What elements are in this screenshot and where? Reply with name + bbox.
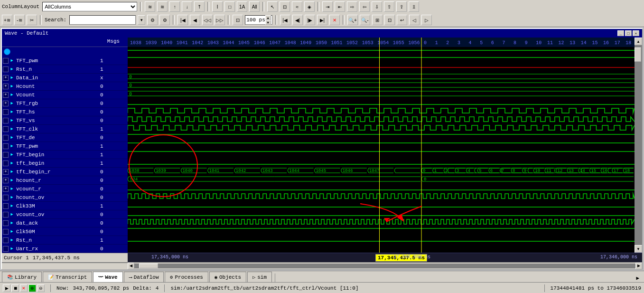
tab-library[interactable]: 📚 Library (2, 272, 42, 282)
tab-sim[interactable]: ▷ sim (247, 272, 272, 282)
toolbar-btn-search2[interactable]: ⚙ (159, 15, 170, 25)
toolbar-btn-go-next-edge[interactable]: |▶ (305, 15, 315, 25)
search-input[interactable] (69, 15, 136, 25)
toolbar-btn-zoom-full[interactable]: ⊞ (372, 15, 383, 25)
toolbar-btn-fit[interactable]: ⊡ (233, 15, 243, 25)
signal-row[interactable]: ►TFT_pwm1 (2, 57, 128, 65)
toolbar-btn-wave-add[interactable]: ≋ (145, 1, 155, 12)
expand-btn[interactable]: + (3, 84, 9, 89)
expand-btn[interactable] (3, 118, 9, 123)
signal-row[interactable]: ►TFT_vs0 (2, 116, 128, 125)
scroll-thumb-h[interactable] (139, 264, 158, 268)
expand-btn[interactable] (3, 212, 9, 217)
expand-btn[interactable] (3, 109, 9, 115)
toolbar-btn-arrow[interactable]: ↖ (267, 1, 278, 12)
toolbar-btn-insert7[interactable]: ⇪ (396, 1, 407, 12)
expand-btn[interactable] (3, 66, 9, 72)
tab-dataflow[interactable]: ⟶ Dataflow (124, 272, 164, 282)
search-dropdown-btn[interactable]: ▼ (138, 15, 145, 25)
toolbar-btn-goto-end[interactable]: ▶| (317, 15, 327, 25)
signal-row[interactable]: ►TFT_begin1 (2, 151, 128, 159)
tab-wave[interactable]: 〰 Wave (93, 272, 122, 282)
expand-btn[interactable] (3, 143, 9, 149)
wave-close-btn[interactable]: × (633, 30, 639, 36)
column-layout-select[interactable]: AllColumns (42, 2, 137, 11)
expand-btn[interactable] (3, 195, 9, 200)
signal-row[interactable]: +►Vcount0 (2, 91, 128, 99)
expand-btn[interactable] (3, 203, 9, 209)
expand-btn[interactable] (3, 229, 9, 235)
toolbar-btn-goto-start[interactable]: |◀ (280, 15, 290, 25)
toolbar-btn-zoom-box[interactable]: ⊡ (280, 1, 290, 12)
expand-btn[interactable]: + (3, 92, 9, 98)
signal-row[interactable]: +►TFT_rgb0 (2, 99, 128, 108)
signal-row[interactable]: ►hcount_ov0 (2, 193, 128, 202)
wave-scrollbar[interactable]: ◀ ▶ (2, 262, 642, 269)
tab-objects[interactable]: ◉ Objects (209, 272, 246, 282)
signal-row[interactable]: +►hcount_r0 (2, 176, 128, 185)
toolbar-btn-stop[interactable]: ✕ (329, 15, 340, 25)
toolbar-btn-zoom-in[interactable]: 🔍+ (347, 15, 358, 25)
signal-row[interactable]: ►TFT_de0 (2, 133, 128, 142)
signal-row[interactable]: ►TFT_pwm1 (2, 142, 128, 151)
expand-btn[interactable]: + (3, 186, 9, 192)
signal-row[interactable]: ►Rst_n1 (2, 65, 128, 74)
tab-right-arrow[interactable]: ▶ (633, 274, 642, 282)
toolbar-btn-wave-del[interactable]: ≋ (157, 1, 168, 12)
time-up-btn[interactable]: ▲ (265, 15, 271, 20)
toolbar-btn-select[interactable]: □ (224, 1, 235, 12)
status-btn1[interactable]: ▶ (3, 284, 10, 292)
toolbar-btn-zoom-out[interactable]: 🔍- (360, 15, 370, 25)
signal-row[interactable]: +►Data_inx (2, 74, 128, 82)
signal-row[interactable]: ►Clk33M1 (2, 202, 128, 210)
time-dn-btn[interactable]: ▼ (265, 20, 271, 25)
expand-btn[interactable] (3, 135, 9, 141)
status-btn2[interactable]: ⏹ (11, 284, 19, 292)
tab-processes[interactable]: ⚙ Processes (165, 272, 208, 282)
toolbar-btn-del-sig[interactable]: -≋ (14, 15, 25, 25)
scroll-down-btn[interactable]: ▼ (635, 245, 642, 253)
toolbar-btn-prev[interactable]: ◀ (190, 15, 200, 25)
expand-btn[interactable] (3, 220, 9, 226)
signal-row[interactable]: ►TFT_hs0 (2, 108, 128, 116)
status-btn4[interactable]: ⊕ (28, 284, 36, 292)
waveform-panel[interactable] (128, 38, 635, 253)
toolbar-btn-wave-dn[interactable]: ↓ (182, 1, 192, 12)
expand-btn[interactable]: + (3, 169, 9, 175)
toolbar-btn-search-go[interactable]: ⚙ (147, 15, 158, 25)
toolbar-btn-insert3[interactable]: ⇨ (347, 1, 357, 12)
expand-btn[interactable] (3, 237, 9, 243)
signal-row[interactable]: ►dat_ack0 (2, 219, 128, 227)
expand-btn[interactable] (3, 152, 9, 158)
expand-btn[interactable]: + (3, 75, 9, 81)
signal-row[interactable]: ►Uart_rx0 (2, 245, 128, 253)
signal-row[interactable]: ►vcount_ov0 (2, 210, 128, 219)
toolbar-btn-restart[interactable]: |◀ (177, 15, 188, 25)
wave-maximize-btn[interactable]: □ (625, 30, 632, 36)
scroll-right-arrow[interactable]: ▶ (635, 263, 642, 269)
right-scrollbar[interactable]: ▲ ▼ (635, 38, 642, 253)
toolbar-btn-wave-up[interactable]: ↑ (169, 1, 180, 12)
toolbar-btn-zoom-sel[interactable]: 1A (237, 1, 247, 12)
expand-btn[interactable] (3, 126, 9, 132)
signal-row[interactable]: +►Hcount0 (2, 82, 128, 91)
toolbar-btn-wave-top[interactable]: ⤒ (194, 1, 205, 12)
signal-row[interactable]: ►Clk50M0 (2, 227, 128, 236)
toolbar-btn-scroll-right[interactable]: ▷ (421, 15, 432, 25)
signal-row[interactable]: ►tft_begin1 (2, 159, 128, 168)
toolbar-btn-insert8[interactable]: ⇫ (409, 1, 419, 12)
toolbar-btn-insert2[interactable]: ⇤ (335, 1, 345, 12)
toolbar-btn-scroll-left[interactable]: ◁ (409, 15, 420, 25)
wave-minimize-btn[interactable]: _ (617, 30, 624, 36)
scroll-left-arrow[interactable]: ◀ (128, 263, 134, 269)
toolbar-btn-go-prev-edge[interactable]: ◀| (292, 15, 303, 25)
status-btn3[interactable]: ✕ (20, 284, 28, 292)
toolbar-btn-back[interactable]: ◁◁ (202, 15, 213, 25)
tab-transcript[interactable]: 📝 Transcript (43, 272, 92, 282)
toolbar-btn-waveref[interactable]: ≈ (292, 1, 302, 12)
signal-list[interactable]: ►TFT_pwm1 ►Rst_n1+►Data_inx+►Hcount0+►Vc… (2, 57, 128, 253)
scroll-up-btn[interactable]: ▲ (635, 38, 642, 45)
toolbar-btn-sig-ref[interactable]: ◈ (304, 1, 315, 12)
expand-btn[interactable] (3, 58, 9, 64)
toolbar-btn-all[interactable]: All (249, 1, 260, 12)
